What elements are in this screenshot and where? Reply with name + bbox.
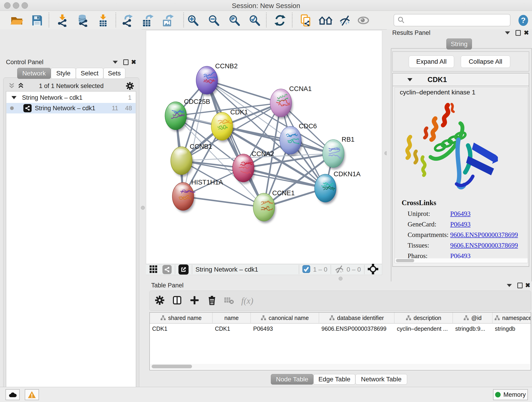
- tab-network-table[interactable]: Network Table: [355, 374, 407, 385]
- refresh-icon[interactable]: [273, 13, 287, 28]
- network-node-CDC6[interactable]: CDC6: [280, 122, 317, 156]
- network-node-RB1[interactable]: RB1: [323, 136, 355, 169]
- table-cell[interactable]: stringdb: [493, 324, 531, 334]
- network-options-gear-icon[interactable]: [126, 82, 134, 91]
- view-network-icon[interactable]: [162, 265, 172, 274]
- tab-style[interactable]: Style: [51, 68, 76, 79]
- table-cell[interactable]: cyclin–dependent ...: [394, 324, 453, 334]
- tab-network[interactable]: Network: [17, 68, 51, 79]
- column-header-description[interactable]: description: [394, 313, 453, 324]
- control-panel-close-icon[interactable]: ✖: [131, 59, 136, 65]
- hide-selected-icon[interactable]: [338, 13, 353, 28]
- cloud-button[interactable]: [6, 389, 20, 400]
- zoom-selected-icon[interactable]: [247, 13, 262, 28]
- table-cell[interactable]: P06493: [251, 324, 319, 334]
- import-table-icon[interactable]: [96, 13, 110, 28]
- network-node-HIST1H1A[interactable]: HIST1H1A: [172, 179, 223, 212]
- selected-checkbox-icon[interactable]: [302, 265, 310, 274]
- show-all-icon[interactable]: [356, 13, 371, 28]
- save-session-icon[interactable]: [30, 13, 44, 28]
- zoom-out-icon[interactable]: [206, 13, 221, 28]
- left-splitter-handle[interactable]: [141, 206, 145, 210]
- table-cell[interactable]: 9606.ENSP00000378699: [319, 324, 394, 334]
- column-header-shared-name[interactable]: shared name: [150, 313, 213, 324]
- export-table-icon[interactable]: [140, 13, 155, 28]
- function-builder-icon[interactable]: f(x): [241, 296, 253, 306]
- toolbar-separator: [292, 13, 293, 27]
- control-panel-collapse-icon[interactable]: [113, 61, 118, 64]
- collapse-all-networks-icon[interactable]: [8, 83, 15, 90]
- gene-description: cyclin–dependent kinase 1: [400, 89, 475, 96]
- column-header-namespace[interactable]: namespace: [493, 313, 531, 324]
- tissues-link[interactable]: 9606.ENSP00000378699: [450, 240, 518, 250]
- compartments-link[interactable]: 9606.ENSP00000378699: [450, 230, 518, 240]
- export-image-icon[interactable]: [160, 13, 175, 28]
- control-panel-float-icon[interactable]: [123, 59, 128, 65]
- table-hscrollbar-thumb[interactable]: [152, 365, 192, 368]
- table-settings-gear-icon[interactable]: [155, 295, 165, 306]
- table-panel-collapse-icon[interactable]: [507, 284, 512, 287]
- table-panel-float-icon[interactable]: [517, 283, 523, 288]
- network-edge-HIST1H1A-CCNE1[interactable]: [183, 196, 264, 207]
- import-network-icon[interactable]: [55, 13, 70, 28]
- genecard-link[interactable]: P06493: [450, 219, 518, 230]
- detach-view-icon[interactable]: [178, 264, 189, 274]
- help-icon[interactable]: ?: [516, 13, 531, 28]
- network-edge-CCNB2-CCNE1[interactable]: [207, 80, 264, 207]
- search-input[interactable]: [394, 14, 510, 26]
- results-panel-float-icon[interactable]: [515, 30, 521, 36]
- birdseye-crosshair-icon[interactable]: [368, 264, 378, 275]
- network-node-CCNE1[interactable]: CCNE1: [253, 189, 295, 223]
- column-header-id[interactable]: @id: [453, 313, 493, 324]
- network-node-CDKN1A[interactable]: CDKN1A: [315, 170, 361, 204]
- tab-select[interactable]: Select: [76, 68, 103, 79]
- network-node-CCNA1[interactable]: CCNA1: [270, 85, 312, 119]
- gene-section-header[interactable]: CDK1: [393, 74, 529, 86]
- table-hscrollbar[interactable]: [150, 364, 530, 369]
- table-panel-close-icon[interactable]: ✖: [525, 282, 530, 288]
- memory-button[interactable]: Memory: [493, 389, 528, 400]
- bottom-splitter-handle[interactable]: [339, 277, 342, 281]
- expand-all-networks-icon[interactable]: [17, 83, 24, 90]
- first-neighbors-icon[interactable]: [318, 13, 333, 28]
- zoom-in-icon[interactable]: [186, 13, 200, 28]
- results-hscrollbar-thumb[interactable]: [396, 259, 414, 262]
- add-column-icon[interactable]: [190, 295, 200, 306]
- table-cell[interactable]: CDK1: [213, 324, 251, 334]
- uniprot-link[interactable]: P06493: [450, 208, 518, 219]
- open-folder-icon[interactable]: [9, 13, 24, 28]
- table-cell[interactable]: CDK1: [150, 324, 213, 334]
- network-row-selected[interactable]: String Network – cdk1 11 48: [6, 103, 136, 114]
- delete-table-icon[interactable]: [224, 296, 234, 306]
- results-hscrollbar[interactable]: [395, 258, 528, 263]
- tab-string[interactable]: String: [446, 38, 472, 50]
- duplicate-network-icon[interactable]: [298, 13, 313, 28]
- table-cell[interactable]: stringdb:9...: [453, 324, 493, 334]
- collection-expand-icon[interactable]: [12, 96, 17, 99]
- control-panel-title: Control Panel: [6, 59, 44, 66]
- hidden-eye-icon[interactable]: [334, 265, 344, 274]
- warning-button[interactable]: [25, 389, 39, 400]
- export-network-icon[interactable]: [120, 13, 134, 28]
- results-panel-collapse-icon[interactable]: [505, 32, 510, 34]
- column-header-name[interactable]: name: [213, 313, 251, 324]
- results-panel-close-icon[interactable]: ✖: [524, 30, 529, 36]
- svg-text:?: ?: [521, 16, 526, 25]
- show-columns-icon[interactable]: [172, 295, 182, 306]
- delete-column-trash-icon[interactable]: [207, 295, 217, 306]
- network-canvas[interactable]: CCNB2CCNA1CDC25BCDK1CDC6RB1CCNB1CCNA2CDK…: [146, 31, 382, 264]
- tab-sets[interactable]: Sets: [103, 68, 125, 79]
- expand-all-button[interactable]: Expand All: [409, 56, 454, 68]
- network-node-CCNB2[interactable]: CCNB2: [196, 62, 238, 96]
- collapse-all-button[interactable]: Collapse All: [461, 56, 510, 68]
- column-header-database-identifier[interactable]: database identifier: [319, 313, 394, 324]
- tab-edge-table[interactable]: Edge Table: [313, 374, 355, 385]
- network-collection-row[interactable]: String Network – cdk1 1: [6, 92, 136, 103]
- tab-node-table[interactable]: Node Table: [271, 374, 313, 385]
- network-edge-CDK1-RB1[interactable]: [222, 126, 333, 153]
- zoom-fit-icon[interactable]: [227, 13, 242, 28]
- view-grid-icon[interactable]: [149, 264, 158, 274]
- column-header-canonical-name[interactable]: canonical name: [251, 313, 319, 324]
- gene-collapse-icon[interactable]: [407, 78, 412, 81]
- import-database-icon[interactable]: [75, 13, 90, 28]
